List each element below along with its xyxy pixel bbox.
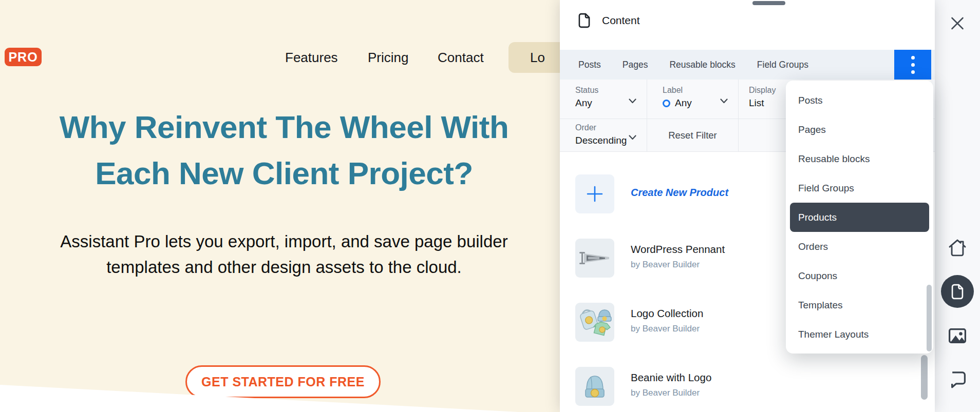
status-filter[interactable]: Status Any <box>560 80 647 119</box>
order-filter[interactable]: Order Descending <box>560 119 647 152</box>
product-title: Logo Collection <box>631 307 703 320</box>
tab-pages[interactable]: Pages <box>623 60 648 70</box>
menu-item-orders[interactable]: Orders <box>790 232 929 261</box>
list-item[interactable]: Beanie with Logo by Beaver Builder <box>560 367 935 406</box>
home-icon[interactable] <box>947 238 968 261</box>
label-filter-label: Label <box>663 86 738 95</box>
chevron-down-icon <box>720 96 728 106</box>
content-types-dropdown-menu: Posts Pages Reusable blocks Field Groups… <box>786 81 933 354</box>
dropdown-scrollbar[interactable] <box>927 285 932 351</box>
panel-header: Content <box>560 0 935 50</box>
content-types-menu-button[interactable] <box>894 50 931 80</box>
menu-item-themer-layouts[interactable]: Themer Layouts <box>790 320 929 349</box>
nav-link-contact[interactable]: Contact <box>438 50 484 66</box>
tab-reusable-blocks[interactable]: Reusable blocks <box>669 60 735 70</box>
menu-item-field-groups[interactable]: Field Groups <box>790 173 929 203</box>
nav-link-pricing[interactable]: Pricing <box>368 50 408 66</box>
chevron-down-icon <box>629 133 636 142</box>
product-title: Beanie with Logo <box>631 371 711 384</box>
product-author: by Beaver Builder <box>631 388 700 398</box>
hero-subtext-line1: Assistant Pro lets you export, import, a… <box>60 232 507 251</box>
panel-title: Content <box>602 14 640 27</box>
close-icon[interactable] <box>950 16 965 33</box>
content-type-tabbar: Posts Pages Reusable blocks Field Groups <box>560 50 935 80</box>
create-new-product-label[interactable]: Create New Product <box>631 187 728 199</box>
menu-item-coupons[interactable]: Coupons <box>790 261 929 290</box>
label-filter[interactable]: Label Any <box>647 80 739 119</box>
tab-field-groups[interactable]: Field Groups <box>757 60 808 70</box>
chevron-down-icon <box>629 96 636 106</box>
hero-subtext-line2: templates and other design assets to the… <box>106 258 462 277</box>
label-color-dot-icon <box>663 100 670 107</box>
product-author: by Beaver Builder <box>631 260 700 270</box>
order-filter-label: Order <box>575 123 647 132</box>
menu-item-reusable-blocks[interactable]: Reusable blocks <box>790 144 929 173</box>
pro-logo-badge[interactable]: PRO <box>5 48 42 66</box>
menu-item-products[interactable]: Products <box>790 203 929 232</box>
kebab-dot <box>911 63 915 67</box>
product-thumbnail-pennant <box>575 239 614 278</box>
panel-scrollbar[interactable] <box>921 355 928 400</box>
product-thumbnail-beanie <box>575 367 614 406</box>
reset-filter-button[interactable]: Reset Filter <box>647 119 739 152</box>
status-filter-label: Status <box>575 86 647 95</box>
label-filter-value: Any <box>675 97 692 109</box>
plus-icon[interactable] <box>575 174 614 213</box>
assistant-icon-rail <box>935 0 980 412</box>
product-thumbnail-logo-collection <box>575 303 614 342</box>
content-tab-active-icon[interactable] <box>941 275 974 308</box>
kebab-dot <box>911 56 915 60</box>
get-started-button[interactable]: GET STARTED FOR FREE <box>185 365 381 398</box>
menu-item-pages[interactable]: Pages <box>790 115 929 144</box>
hero-subtext: Assistant Pro lets you export, import, a… <box>0 229 568 280</box>
comments-icon[interactable] <box>947 369 968 391</box>
assistant-content-panel: Content Posts Pages Reusable blocks Fiel… <box>560 0 935 412</box>
tab-posts[interactable]: Posts <box>578 60 601 70</box>
product-author: by Beaver Builder <box>631 324 700 334</box>
menu-item-templates[interactable]: Templates <box>790 290 929 320</box>
screenshot-root: PRO Features Pricing Contact Lo Why Rein… <box>0 0 980 412</box>
menu-item-posts[interactable]: Posts <box>790 86 929 115</box>
kebab-dot <box>911 70 915 74</box>
content-document-icon <box>577 12 591 31</box>
page-title: Why Reinvent The Wheel WithEach New Clie… <box>0 104 568 197</box>
page-title-line1: Why Reinvent The Wheel With <box>60 109 509 145</box>
product-title: WordPress Pennant <box>631 243 725 256</box>
nav-link-features[interactable]: Features <box>285 50 338 66</box>
page-title-line2: Each New Client Project? <box>95 155 473 191</box>
media-library-icon[interactable] <box>947 325 968 348</box>
